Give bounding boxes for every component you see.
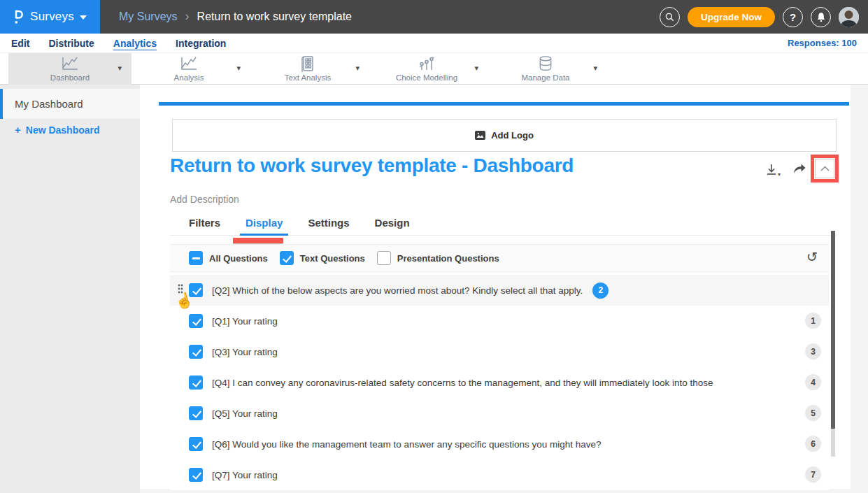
- product-name: Surveys: [30, 10, 74, 24]
- breadcrumb-my-surveys[interactable]: My Surveys: [119, 10, 178, 23]
- question-row[interactable]: [Q5] Your rating 5: [170, 398, 829, 429]
- question-label: [Q1] Your rating: [212, 316, 278, 327]
- chevron-up-icon: [820, 166, 830, 171]
- dashboard-title[interactable]: Return to work survey template - Dashboa…: [170, 155, 574, 177]
- choice-modelling-icon: [418, 55, 436, 72]
- new-dashboard-button[interactable]: + New Dashboard: [15, 124, 100, 136]
- text-analysis-icon: [299, 55, 316, 72]
- avatar[interactable]: [839, 7, 859, 27]
- chevron-down-icon: [80, 15, 87, 20]
- upgrade-now-button[interactable]: Upgrade Now: [688, 7, 775, 27]
- question-row[interactable]: [Q1] Your rating 1: [170, 306, 829, 336]
- dashboard-top-accent-bar: [159, 102, 849, 106]
- question-checkbox[interactable]: [189, 406, 203, 420]
- responses-count[interactable]: Responses: 100: [788, 38, 857, 48]
- question-label: [Q5] Your rating: [212, 408, 278, 419]
- question-order-badge: 7: [805, 466, 821, 483]
- question-label: [Q7] Your rating: [212, 470, 278, 480]
- question-label: [Q6] Would you like the management team …: [212, 439, 602, 450]
- question-row[interactable]: [Q3] Your rating 3: [170, 336, 829, 367]
- chevron-down-icon: ▾: [778, 171, 781, 178]
- nav-item[interactable]: Edit: [11, 38, 29, 49]
- analytics-toolbar: Dashboard ▾ Analysis ▾ Text An: [0, 53, 868, 85]
- question-row[interactable]: [Q6] Would you like the management team …: [170, 429, 829, 459]
- add-logo-box[interactable]: Add Logo: [172, 119, 837, 152]
- avatar-photo: [839, 7, 859, 27]
- top-header: Surveys My Surveys › Return to work surv…: [0, 0, 868, 34]
- toolbar-item-label: Text Analysis: [246, 73, 369, 82]
- dashboard-main: Add Logo Return to work survey template …: [140, 85, 868, 493]
- search-icon: [664, 12, 675, 22]
- add-description-placeholder[interactable]: Add Description: [170, 194, 239, 205]
- notifications-button[interactable]: [811, 7, 831, 27]
- filter-checkbox[interactable]: [280, 251, 294, 265]
- search-button[interactable]: [660, 7, 680, 27]
- add-logo-label: Add Logo: [491, 130, 534, 141]
- dashboard-tabs: FiltersDisplaySettingsDesign: [170, 213, 837, 236]
- nav-item[interactable]: Distribute: [48, 38, 94, 49]
- question-label: [Q4] I can convey any coronavirus-relate…: [212, 378, 713, 388]
- filter-label: Text Questions: [300, 253, 365, 264]
- tab[interactable]: Settings: [302, 213, 355, 236]
- question-row[interactable]: [Q2] Which of the below aspects are you …: [170, 275, 829, 306]
- question-row[interactable]: [Q7] Your rating 7: [170, 459, 829, 490]
- question-order-badge: 2: [592, 283, 609, 299]
- chevron-down-icon[interactable]: ▾: [118, 64, 122, 73]
- new-dashboard-label: New Dashboard: [26, 124, 100, 136]
- tab[interactable]: Filters: [183, 213, 226, 236]
- nav-item[interactable]: Integration: [176, 38, 226, 49]
- line-chart-icon: [179, 55, 199, 72]
- filter-checkbox-item[interactable]: Presentation Questions: [377, 251, 499, 265]
- toolbar-item[interactable]: Text Analysis ▾: [246, 53, 369, 85]
- toolbar-item-label: Dashboard: [8, 73, 131, 82]
- annotation-highlight-display-tab: [233, 238, 283, 243]
- chevron-down-icon[interactable]: ▾: [355, 64, 360, 73]
- chevron-down-icon[interactable]: ▾: [236, 64, 241, 73]
- question-row[interactable]: [Q4] I can convey any coronavirus-relate…: [170, 367, 829, 398]
- app-window: Surveys My Surveys › Return to work surv…: [0, 0, 868, 493]
- toolbar-item[interactable]: Choice Modelling ▾: [365, 53, 488, 85]
- help-icon: ?: [790, 11, 796, 23]
- image-icon: [475, 131, 485, 140]
- share-button[interactable]: [792, 162, 809, 178]
- reset-icon[interactable]: ↺: [806, 249, 818, 265]
- scrollbar-track[interactable]: [831, 429, 835, 457]
- nav-item[interactable]: Analytics: [113, 38, 157, 49]
- filter-checkbox[interactable]: [189, 251, 203, 265]
- right-gutter: [851, 85, 868, 493]
- scrollbar-thumb[interactable]: [831, 231, 835, 429]
- toolbar-item[interactable]: Dashboard ▾: [8, 53, 131, 85]
- chevron-down-icon[interactable]: ▾: [474, 64, 478, 73]
- filter-label: All Questions: [209, 253, 268, 264]
- question-checkbox[interactable]: [189, 468, 203, 482]
- line-chart-icon: [60, 55, 80, 72]
- plus-icon: +: [15, 124, 21, 136]
- breadcrumb: My Surveys › Return to work survey templ…: [119, 10, 660, 23]
- download-icon: [764, 163, 778, 177]
- question-list: [Q2] Which of the below aspects are you …: [170, 275, 829, 490]
- question-checkbox[interactable]: [189, 437, 203, 451]
- toolbar-item[interactable]: Analysis ▾: [127, 53, 250, 85]
- questionpro-logo: [13, 8, 24, 26]
- filter-checkbox-item[interactable]: All Questions: [189, 251, 268, 265]
- filter-checkbox[interactable]: [377, 251, 391, 265]
- survey-section-nav: EditDistributeAnalyticsIntegration Respo…: [0, 34, 868, 53]
- question-label: [Q2] Which of the below aspects are you …: [212, 285, 583, 296]
- breadcrumb-separator-icon: ›: [185, 10, 190, 22]
- filter-checkbox-item[interactable]: Text Questions: [280, 251, 365, 265]
- help-button[interactable]: ?: [783, 7, 803, 27]
- share-arrow-icon: [792, 162, 807, 176]
- tab[interactable]: Design: [369, 213, 415, 236]
- survey-nav-items: EditDistributeAnalyticsIntegration: [11, 38, 226, 49]
- question-checkbox[interactable]: [189, 376, 203, 390]
- question-checkbox[interactable]: [189, 345, 203, 359]
- question-checkbox[interactable]: [189, 314, 203, 328]
- toolbar-item[interactable]: Manage Data ▾: [484, 53, 607, 85]
- chevron-down-icon[interactable]: ▾: [593, 64, 597, 73]
- product-switcher[interactable]: Surveys: [0, 0, 100, 34]
- tab[interactable]: Display: [240, 213, 288, 236]
- sidebar-item-my-dashboard[interactable]: My Dashboard: [0, 89, 140, 119]
- collapse-panel-button[interactable]: [815, 159, 834, 178]
- filter-label: Presentation Questions: [397, 253, 499, 264]
- question-order-badge: 5: [805, 405, 821, 421]
